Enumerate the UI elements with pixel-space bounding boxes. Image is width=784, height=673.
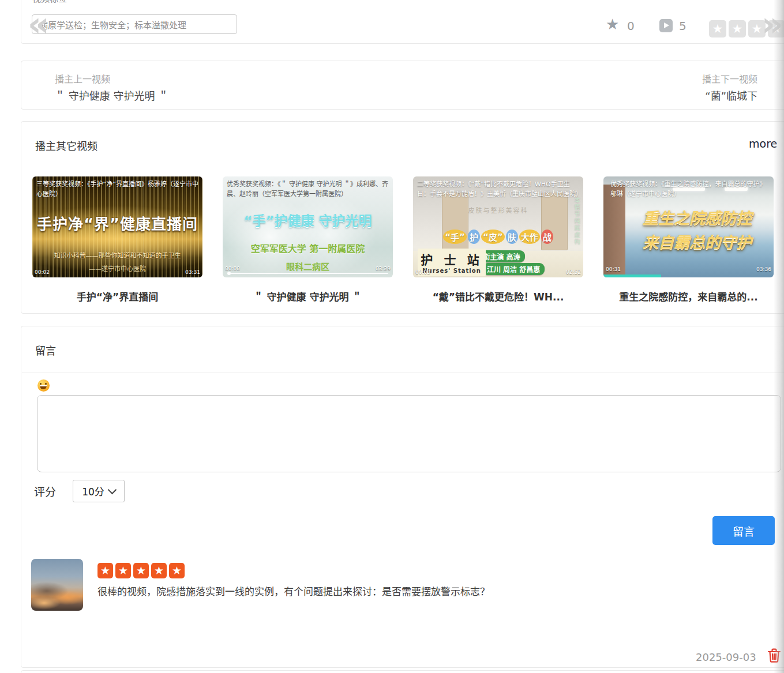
comments-card: 留言 评分 10分 留言 ★ ★ ★ ★ ★ 很棒的视频，院感措施落实到一线的实…: [21, 326, 784, 668]
commenter-avatar: [31, 559, 83, 611]
thumb1-overlay-footer: ——遂宁市中心医院: [32, 264, 202, 273]
prev-chevron-icon[interactable]: «: [28, 1, 49, 47]
emoji-picker-icon[interactable]: [37, 379, 50, 392]
rating-label: 评分: [34, 483, 56, 499]
thumb4-caption: 优秀奖获奖视频：《重生之院感防控，来自霸总的守护》邬琳（遂宁市中心医院）: [610, 179, 770, 199]
thumb3-wall-sign: 皮肤与整形美容科: [413, 205, 583, 215]
comment-star-icon: ★: [133, 563, 149, 578]
favorite-star-icon: ★: [606, 17, 619, 32]
thumb1-overlay-title: 手护净“界”健康直播间: [32, 212, 202, 234]
prev-video-label: 播主上一视频: [55, 72, 110, 85]
video-title-3[interactable]: “戴”错比不戴更危险！WH...: [413, 289, 583, 303]
thumb4-overlay-line2: 来自霸总的守护: [621, 231, 774, 255]
other-videos-title: 播主其它视频: [35, 138, 97, 153]
comment-input[interactable]: [37, 395, 781, 472]
thumb3-overlay-part: 护: [468, 230, 480, 244]
video-thumbnail-4[interactable]: 优秀奖获奖视频：《重生之院感防控，来自霸总的守护》邬琳（遂宁市中心医院） 重生之…: [603, 176, 774, 277]
thumb4-overlay-title: 重生之院感防控 来自霸总的守护: [621, 206, 774, 255]
comment-star-icon: ★: [115, 563, 131, 578]
thumb4-overlay-line1: 重生之院感防控: [621, 206, 774, 231]
play-count: 5: [679, 19, 687, 33]
submit-comment-button[interactable]: 留言: [712, 516, 775, 545]
thumb3-time-end: 02:52: [566, 269, 581, 275]
comment-date: 2025-09-03: [696, 651, 756, 663]
comment-text: 很棒的视频，院感措施落实到一线的实例，有个问题提出来探讨：是否需要摆放警示标志？: [97, 584, 763, 598]
more-link[interactable]: more: [749, 137, 777, 150]
thumb3-overlay-part: 战: [541, 230, 553, 244]
thumb2-time-start: 00:00: [225, 266, 240, 272]
thumb3-overlay-part: 大作: [519, 230, 540, 244]
delete-comment-icon[interactable]: [768, 648, 781, 663]
next-chevron-icon[interactable]: »: [762, 1, 783, 47]
comment-star-icon: ★: [151, 563, 167, 578]
thumb2-progress-bar: [227, 273, 388, 274]
chevron-down-icon: [108, 486, 117, 495]
video-thumbnail-2[interactable]: 优秀奖获奖视频：《＂ 守护健康 守护光明 ＂》成利娜、齐晨、赵玲丽（空军军医大学…: [223, 176, 393, 277]
thumb3-pill: 江川 周洁 舒昌惠: [482, 263, 545, 275]
video-thumbnail-3[interactable]: 皮肤与整形美容科 二等奖获奖视频：《“戴”错比不戴更危险！WHO手卫生日：手套不…: [413, 176, 583, 277]
thumb3-overlay-part: “皮”: [481, 230, 505, 244]
thumb4-progress-bar: [603, 275, 661, 277]
thumb2-overlay-sub: 空军军医大学 第一附属医院: [223, 241, 393, 255]
next-video-link[interactable]: “菌”临城下: [669, 88, 757, 103]
rating-select[interactable]: 10分: [73, 480, 125, 502]
video-thumbnail-1[interactable]: 三等奖获奖视频：《手护“净”界直播间》杨雅婷（遂宁市中心医院） 手护净“界”健康…: [32, 176, 202, 277]
thumb1-caption: 三等奖获奖视频：《手护“净”界直播间》杨雅婷（遂宁市中心医院）: [36, 179, 199, 199]
thumb2-caption: 优秀奖获奖视频：《＂ 守护健康 守护光明 ＂》成利娜、齐晨、赵玲丽（空军军医大学…: [227, 179, 389, 199]
page: 视频标签 病原学送检；生物安全；标本溢撒处理 ★ 0 5 ★ ★ ★ ★ ★ «…: [0, 0, 784, 673]
thumb1-overlay-sub: 知识小科普——那些你知道和不知道的手卫生: [32, 250, 202, 260]
thumb3-side-note: 本情节纯属虚构: [572, 197, 581, 246]
next-section-card: [21, 670, 784, 673]
prev-video-link[interactable]: ＂ 守护健康 守护光明 ＂: [55, 88, 168, 103]
thumb3-caption: 二等奖获奖视频：《“戴”错比不戴更危险！WHO手卫生日：手套不是万能盾！》王美忻…: [417, 179, 580, 199]
thumb3-overlay-part: 肤: [506, 230, 518, 244]
rating-star-2[interactable]: ★: [729, 20, 746, 37]
thumb2-overlay-title: “手”护健康 守护光明: [223, 210, 393, 230]
favorite-count: 0: [627, 19, 635, 33]
comment-star-icon: ★: [97, 563, 113, 578]
tags-input[interactable]: 病原学送检；生物安全；标本溢撒处理: [32, 14, 237, 34]
video-title-4[interactable]: 重生之院感防控，来自霸总的...: [603, 289, 774, 303]
thumb1-time-end: 03:31: [185, 269, 200, 275]
thumb1-time-start: 00:02: [35, 269, 50, 275]
thumb3-time-start: 00:03: [415, 269, 430, 275]
divider: [22, 373, 784, 373]
video-title-2[interactable]: ＂ 守护健康 守护光明 ＂: [223, 289, 393, 303]
rating-star-1[interactable]: ★: [709, 20, 726, 37]
thumb3-overlay-part: “手”: [443, 230, 467, 244]
other-videos-card: 播主其它视频 more 三等奖获奖视频：《手护“净”界直播间》杨雅婷（遂宁市中心…: [21, 121, 784, 314]
thumb3-overlay-title: “手”护“皮”肤大作战: [413, 230, 583, 244]
comment-star-icon: ★: [169, 563, 185, 578]
play-count-icon: [659, 19, 673, 32]
rating-select-value: 10分: [82, 484, 104, 498]
next-video-label: 播主下一视频: [681, 72, 757, 85]
thumb2-overlay-footer: 眼科二病区: [223, 260, 393, 272]
comments-title: 留言: [35, 343, 56, 358]
thumb2-time-end: 03:29: [376, 266, 391, 272]
video-title-1[interactable]: 手护“净”界直播间: [32, 289, 202, 303]
thumb3-sign-cn: 护 士 站: [418, 250, 486, 268]
thumb4-time-start: 00:31: [606, 266, 621, 272]
thumb4-time-end: 03:36: [756, 266, 771, 272]
tags-value: 病原学送检；生物安全；标本溢撒处理: [39, 18, 186, 31]
